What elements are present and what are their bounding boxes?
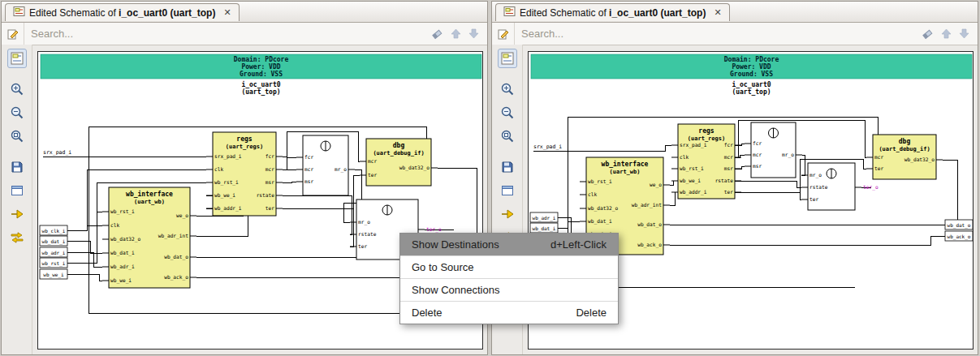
svg-text:srx_pad_i: srx_pad_i — [43, 149, 71, 156]
svg-text:Ground: VSS: Ground: VSS — [240, 71, 283, 78]
svg-text:wb_dat_i: wb_dat_i — [588, 218, 612, 225]
svg-text:rstate: rstate — [715, 178, 734, 183]
schematic-block-dbg[interactable]: dbg(uart_debug_if)mcrterwb_dat32_o — [360, 139, 438, 186]
svg-text:msr: msr — [266, 179, 274, 185]
clear-highlight-icon[interactable] — [921, 28, 934, 41]
save-icon[interactable] — [498, 157, 517, 177]
schematic-port-wb_adr_i[interactable]: wb_adr_i — [40, 247, 67, 257]
search-bar — [2, 23, 487, 45]
svg-text:wb_adr_int: wb_adr_int — [158, 233, 189, 239]
zoom-in-icon[interactable] — [7, 79, 27, 99]
svg-text:ter: ter — [266, 205, 274, 211]
svg-text:wb_dat32_o: wb_dat32_o — [588, 205, 619, 212]
menu-item-delete[interactable]: Delete Delete — [400, 302, 618, 324]
schematic-block-regs[interactable]: regs(uart_regs)srx_pad_iclkwb_rst_iwb_we… — [671, 124, 741, 199]
trace-signal-icon[interactable] — [7, 204, 27, 224]
svg-text:mr_o: mr_o — [809, 172, 822, 178]
svg-text:wb_dat32_o: wb_dat32_o — [399, 165, 430, 171]
svg-text:i_oc_uart0: i_oc_uart0 — [241, 80, 280, 88]
swap-arrows-icon[interactable] — [7, 228, 27, 247]
menu-item-label: Delete — [412, 307, 443, 319]
trace-signal-icon[interactable] — [498, 204, 517, 224]
schematic-block-gate[interactable]: fcrmcrmsrmr_o — [745, 122, 802, 178]
previous-match-icon[interactable] — [941, 28, 952, 39]
svg-text:fcr: fcr — [724, 142, 733, 148]
schematic-sheet-icon[interactable] — [498, 49, 517, 68]
svg-text:ter_o: ter_o — [863, 184, 879, 191]
schematic-port-wb_rst_i[interactable]: wb_rst_i — [40, 258, 67, 268]
schematic-tab-icon — [503, 6, 516, 19]
svg-text:wb_dat_i: wb_dat_i — [533, 225, 556, 232]
next-match-icon[interactable] — [959, 28, 969, 39]
svg-text:mcr: mcr — [368, 158, 377, 164]
zoom-fit-icon[interactable] — [498, 127, 517, 146]
menu-item-show-connections[interactable]: Show Connections — [400, 279, 618, 301]
svg-text:mcr: mcr — [753, 152, 762, 157]
previous-match-icon[interactable] — [451, 28, 461, 39]
schematic-port-wb_dat_o[interactable]: wb_dat_o — [945, 220, 973, 229]
svg-text:wb_dat32_o: wb_dat32_o — [904, 157, 935, 163]
svg-text:wb_dat_i: wb_dat_i — [42, 238, 66, 245]
schematic-block-gate[interactable]: mr_orstateterter_o — [801, 163, 879, 210]
tab-close-icon[interactable]: ✕ — [223, 7, 231, 18]
svg-text:wb_rst_i: wb_rst_i — [214, 179, 239, 186]
zoom-out-icon[interactable] — [498, 103, 517, 122]
schematic-port-srx_pad_i[interactable]: srx_pad_i — [43, 149, 71, 156]
menu-item-show-destinations[interactable]: Show Destinations d+Left-Click — [400, 234, 618, 255]
svg-text:msr: msr — [753, 163, 762, 169]
search-input[interactable] — [515, 28, 921, 40]
zoom-out-icon[interactable] — [7, 103, 27, 122]
schematic-block-dbg[interactable]: dbg(uart_debug_if)mcrterwb_dat32_o — [866, 135, 943, 179]
tab-bar: Edited Schematic of i_oc_uart0 (uart_top… — [492, 2, 978, 23]
svg-text:(uart_debug_if): (uart_debug_if) — [879, 146, 930, 152]
svg-text:wb_ack_o: wb_ack_o — [164, 274, 188, 281]
zoom-in-icon[interactable] — [498, 79, 517, 99]
schematic-port-wb_clk_i[interactable]: wb_clk_i — [40, 225, 67, 235]
window-view-icon[interactable] — [498, 181, 517, 200]
clear-highlight-icon[interactable] — [430, 28, 443, 41]
zoom-fit-icon[interactable] — [7, 127, 27, 146]
svg-text:msr: msr — [304, 178, 313, 184]
schematic-block-gate[interactable]: fcrmcrmsrmr_o — [296, 135, 355, 195]
next-match-icon[interactable] — [468, 28, 479, 39]
search-edit-icon[interactable] — [492, 23, 515, 45]
svg-text:wb_we_i: wb_we_i — [110, 277, 132, 284]
svg-text:mr_o: mr_o — [782, 152, 794, 158]
menu-item-shortcut: Delete — [576, 307, 607, 319]
schematic-port-wb_we_i[interactable]: wb_we_i — [40, 269, 67, 279]
schematic-port-wb_dat_i[interactable]: wb_dat_i — [530, 223, 558, 233]
schematic-port-wb_adr_i[interactable]: wb_adr_i — [530, 212, 558, 222]
schematic-block-wb_interface[interactable]: wb_interface(uart_wb)wb_rst_iclkwb_dat32… — [102, 187, 196, 288]
schematic-port-srx_pad_i[interactable]: srx_pad_i — [533, 144, 562, 150]
svg-text:dbg: dbg — [393, 142, 405, 149]
save-icon[interactable] — [7, 157, 27, 177]
schematic-port-wb_ack_o[interactable]: wb_ack_o — [945, 231, 973, 241]
schematic-sheet-icon[interactable] — [7, 49, 27, 68]
menu-item-label: Show Destinations — [412, 238, 499, 251]
svg-text:wb_we_i: wb_we_i — [680, 178, 701, 184]
svg-text:clk: clk — [680, 154, 689, 160]
svg-text:mr_o: mr_o — [358, 219, 370, 225]
schematic-tab-icon — [13, 6, 25, 19]
schematic-port-wb_dat_i[interactable]: wb_dat_i — [40, 236, 67, 246]
svg-text:(uart_wb): (uart_wb) — [134, 199, 165, 205]
schematic-block-regs[interactable]: regs(uart_regs)srx_pad_iclkwb_rst_iwb_we… — [206, 132, 283, 216]
svg-text:rstate: rstate — [809, 184, 828, 190]
svg-text:i_oc_uart0: i_oc_uart0 — [732, 80, 771, 88]
svg-text:wb_rst_i: wb_rst_i — [42, 260, 66, 267]
tab-edited-schematic[interactable]: Edited Schematic of i_oc_uart0 (uart_top… — [5, 3, 240, 21]
svg-text:wb_rst_i: wb_rst_i — [680, 165, 704, 172]
menu-item-go-to-source[interactable]: Go to Source — [400, 256, 618, 278]
window-view-icon[interactable] — [7, 181, 27, 200]
svg-text:clk: clk — [110, 222, 119, 228]
svg-text:srx_pad_i: srx_pad_i — [680, 142, 707, 148]
svg-text:ter: ter — [724, 189, 733, 195]
tab-edited-schematic[interactable]: Edited Schematic of i_oc_uart0 (uart_top… — [495, 3, 730, 21]
svg-text:regs: regs — [698, 127, 714, 135]
svg-text:wb_addr_i: wb_addr_i — [214, 205, 242, 212]
svg-text:fcr: fcr — [266, 153, 274, 159]
tab-close-icon[interactable]: ✕ — [714, 7, 721, 18]
svg-text:Ground: VSS: Ground: VSS — [730, 71, 773, 78]
search-input[interactable] — [24, 28, 430, 40]
search-edit-icon[interactable] — [2, 23, 24, 45]
